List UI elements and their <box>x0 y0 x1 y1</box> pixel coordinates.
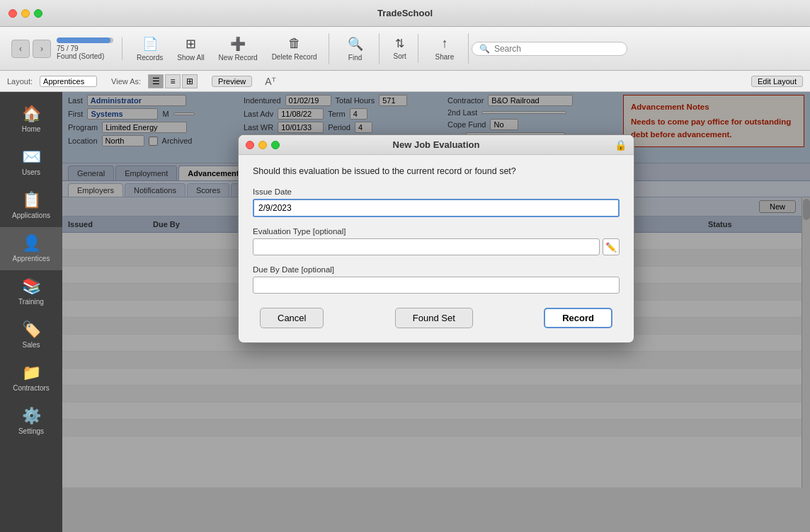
maximize-button[interactable] <box>34 9 42 18</box>
share-label: Share <box>435 53 455 61</box>
sidebar-item-home[interactable]: 🏠 Home <box>0 98 62 141</box>
back-button[interactable]: ‹ <box>11 40 30 58</box>
records-button[interactable]: 📄 Records <box>131 33 169 64</box>
issue-date-field: Issue Date <box>253 187 620 217</box>
sidebar-item-applications[interactable]: 📋 Applications <box>0 184 62 227</box>
modal-title: New Job Evaluation <box>393 139 480 150</box>
forward-button[interactable]: › <box>33 40 51 58</box>
modal-title-bar: New Job Evaluation 🔒 <box>239 135 634 155</box>
eval-type-input[interactable] <box>253 238 600 255</box>
view-buttons: ☰ ≡ ⊞ <box>148 74 198 88</box>
sidebar-sales-label: Sales <box>22 341 40 349</box>
modal-traffic-lights <box>246 141 280 149</box>
due-by-input[interactable] <box>253 277 620 294</box>
contractors-icon: 📁 <box>22 364 41 382</box>
search-icon: 🔍 <box>479 44 490 54</box>
records-group: 📄 Records ⊞ Show All ➕ New Record 🗑 Dele… <box>125 33 329 64</box>
main-layout: 🏠 Home ✉️ Users 📋 Applications 👤 Apprent… <box>0 92 810 532</box>
applications-icon: 📋 <box>22 191 41 209</box>
edit-layout-button[interactable]: Edit Layout <box>751 76 803 87</box>
modal-overlay: New Job Evaluation 🔒 Should this evaluat… <box>62 92 810 532</box>
sidebar-item-sales[interactable]: 🏷️ Sales <box>0 313 62 357</box>
sidebar-item-settings[interactable]: ⚙️ Settings <box>0 400 62 443</box>
layout-label: Layout: <box>7 77 33 86</box>
apprentices-icon: 👤 <box>22 234 41 253</box>
nav-group: ‹ › 75 / 79 Found (Sorted) <box>6 37 122 60</box>
sidebar-item-users[interactable]: ✉️ Users <box>0 141 62 184</box>
delete-record-label: Delete Record <box>272 53 317 61</box>
sort-group: ⇅ Sort <box>382 34 418 63</box>
find-button[interactable]: 🔍 Find <box>338 33 373 64</box>
layout-bar: Layout: Apprentices View As: ☰ ≡ ⊞ Previ… <box>0 71 810 92</box>
records-icon: 📄 <box>142 36 158 52</box>
sidebar-item-training[interactable]: 📚 Training <box>0 270 62 313</box>
find-icon: 🔍 <box>348 36 363 52</box>
view-table-button[interactable]: ⊞ <box>182 74 198 88</box>
layout-select[interactable]: Apprentices <box>40 76 97 87</box>
show-all-icon: ⊞ <box>186 36 196 52</box>
minimize-button[interactable] <box>21 9 30 18</box>
sidebar-applications-label: Applications <box>12 212 50 220</box>
found-set-button[interactable]: Found Set <box>395 308 473 328</box>
modal-minimize-button[interactable] <box>258 141 267 149</box>
sidebar-training-label: Training <box>18 298 44 306</box>
sort-icon: ⇅ <box>395 37 404 50</box>
eval-type-field: Evaluation Type [optional] ✏️ <box>253 227 620 255</box>
job-evaluation-modal: New Job Evaluation 🔒 Should this evaluat… <box>238 134 634 343</box>
modal-body: Should this evaluation be issued to the … <box>239 155 634 342</box>
modal-zoom-button[interactable] <box>271 141 280 149</box>
close-button[interactable] <box>8 9 17 18</box>
new-record-icon: ➕ <box>230 36 246 52</box>
view-as-label: View As: <box>111 77 141 86</box>
new-record-label: New Record <box>219 54 258 62</box>
modal-question: Should this evaluation be issued to the … <box>253 166 620 176</box>
issue-date-input[interactable] <box>253 199 620 217</box>
sidebar-home-label: Home <box>22 125 41 134</box>
sidebar-apprentices-label: Apprentices <box>13 255 50 263</box>
view-form-button[interactable]: ☰ <box>148 74 164 88</box>
modal-close-button[interactable] <box>246 141 254 149</box>
toolbar: ‹ › 75 / 79 Found (Sorted) 📄 Records ⊞ S… <box>0 27 810 71</box>
record-counter: 75 / 79 Found (Sorted) <box>54 37 116 60</box>
eval-type-label: Evaluation Type [optional] <box>253 227 620 236</box>
show-all-button[interactable]: ⊞ Show All <box>171 33 210 64</box>
delete-record-icon: 🗑 <box>288 36 301 51</box>
sidebar-item-contractors[interactable]: 📁 Contractors <box>0 357 62 400</box>
records-label: Records <box>137 54 163 62</box>
eval-type-row: ✏️ <box>253 238 620 255</box>
lock-icon: 🔒 <box>615 139 627 151</box>
users-icon: ✉️ <box>22 148 41 166</box>
sort-button[interactable]: ⇅ Sort <box>388 34 412 63</box>
new-record-button[interactable]: ➕ New Record <box>213 33 263 64</box>
eval-type-pencil-button[interactable]: ✏️ <box>603 238 620 255</box>
sort-label: Sort <box>394 52 406 60</box>
settings-icon: ⚙️ <box>22 407 41 425</box>
home-icon: 🏠 <box>22 105 41 123</box>
sidebar-settings-label: Settings <box>18 427 44 436</box>
preview-button[interactable]: Preview <box>212 76 252 87</box>
show-all-label: Show All <box>177 54 204 62</box>
progress-bar <box>57 37 113 43</box>
due-by-label: Due By Date [optional] <box>253 265 620 274</box>
issue-date-label: Issue Date <box>253 187 620 196</box>
sales-icon: 🏷️ <box>22 320 41 339</box>
window-controls <box>8 9 42 18</box>
sidebar-contractors-label: Contractors <box>13 384 50 393</box>
content-area: Last Administrator First Systems M Progr… <box>62 92 810 532</box>
record-button[interactable]: Record <box>544 308 612 328</box>
share-button[interactable]: ↑ Share <box>427 33 462 64</box>
search-box[interactable]: 🔍 <box>472 42 627 56</box>
found-sorted-text: Found (Sorted) <box>57 52 104 60</box>
sidebar-item-apprentices[interactable]: 👤 Apprentices <box>0 227 62 270</box>
sidebar: 🏠 Home ✉️ Users 📋 Applications 👤 Apprent… <box>0 92 62 532</box>
record-count-text: 75 / 79 <box>57 45 79 52</box>
cancel-button[interactable]: Cancel <box>260 308 324 328</box>
find-group: 🔍 Find <box>332 33 380 64</box>
due-by-field: Due By Date [optional] <box>253 265 620 294</box>
title-bar: TradeSchool <box>0 0 810 27</box>
delete-record-button[interactable]: 🗑 Delete Record <box>266 33 323 64</box>
share-group: ↑ Share <box>421 33 469 64</box>
sidebar-users-label: Users <box>22 168 40 177</box>
search-input[interactable] <box>494 44 620 54</box>
view-list-button[interactable]: ≡ <box>165 74 181 88</box>
